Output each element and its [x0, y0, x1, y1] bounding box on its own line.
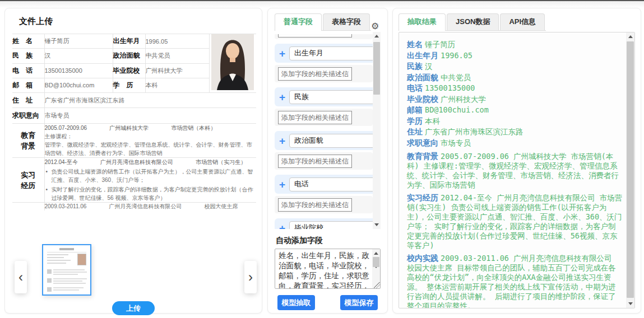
result-entry: 教育背景2005.07-2009.06 广州城科技大学 市场营销(本科) 主修课…	[407, 152, 623, 190]
result-content: 姓名锤子简历 出生年月1996.05 民族汉 政治面貌中共党员 电话135001…	[399, 32, 626, 308]
scroll-up-icon[interactable]	[374, 252, 378, 255]
field-list-scrollbar[interactable]	[373, 32, 381, 229]
scroll-up-icon[interactable]	[374, 35, 379, 38]
resume-value: 汉	[44, 49, 113, 63]
field-name-input[interactable]	[289, 46, 373, 60]
thumbnail-title-bar	[59, 248, 74, 250]
field-desc-input[interactable]	[278, 198, 352, 212]
tab-extract-result[interactable]: 抽取结果	[399, 13, 446, 31]
resume-label: 毕业院校	[113, 63, 145, 78]
result-field-value: 锤子简历	[425, 40, 455, 49]
results-panel: 抽取结果 JSON数据 API信息 姓名锤子简历 出生年月1996.05 民族汉…	[392, 8, 641, 314]
add-field-icon[interactable]: +	[279, 92, 285, 102]
thumbnail-section	[47, 278, 86, 285]
simple-entries: 姓名锤子简历 出生年月1996.05 民族汉 政治面貌中共党员 电话135001…	[407, 39, 623, 148]
add-field-icon[interactable]: +	[279, 223, 285, 230]
resume-label: 民 族	[12, 49, 44, 63]
result-field-label: 学历	[407, 116, 423, 125]
field-name-box: +	[275, 87, 373, 106]
field-desc-box	[275, 196, 373, 213]
result-field-label: 毕业院校	[407, 95, 438, 104]
result-entry: 出生年月1996.05	[407, 50, 623, 62]
result-field-value: 广东省广州市海珠区滨江东路	[425, 127, 523, 136]
field-desc-input[interactable]	[278, 67, 352, 81]
resume-value: 1996.05	[145, 34, 209, 49]
add-field-icon[interactable]: +	[279, 48, 285, 59]
result-field-label: 求职意向	[407, 138, 438, 147]
chevron-left-icon: ‹	[18, 269, 23, 285]
upload-button[interactable]: 上传	[112, 301, 155, 315]
page-carousel: ‹	[5, 244, 262, 297]
thumbnail-header-table	[47, 252, 86, 267]
scrollbar-thumb[interactable]	[373, 42, 380, 95]
field-name-input[interactable]	[289, 134, 373, 148]
window-top-edge	[0, 0, 644, 1]
scroll-down-icon[interactable]	[628, 302, 633, 305]
field-desc-input[interactable]	[278, 155, 352, 168]
scroll-down-icon[interactable]	[374, 223, 379, 226]
tab-table-fields[interactable]: 表格字段	[323, 13, 370, 30]
result-field-value: 市场专员	[441, 138, 471, 147]
result-tabs: 抽取结果 JSON数据 API信息	[399, 15, 635, 31]
field-name-box: +	[275, 175, 373, 194]
scroll-up-icon[interactable]	[628, 35, 633, 38]
add-field-icon[interactable]: +	[279, 135, 285, 146]
scrollbar-thumb[interactable]	[373, 257, 379, 267]
field-name-input[interactable]	[289, 177, 373, 191]
resize-grip-icon[interactable]	[374, 282, 380, 288]
auto-add-fields-label: 自动添加字段	[276, 236, 379, 246]
result-entry: 毕业院校广州科技大学	[407, 94, 623, 105]
field-desc-input[interactable]	[278, 111, 352, 124]
result-field-value: 广州科技大学	[441, 95, 486, 104]
thumbnail-section	[47, 269, 86, 276]
bullet-item: 负责公司线上端资源的销售工作（以开拓客户为主），公司主要资源以广点通、智汇推、百…	[45, 167, 257, 184]
clipped-row-content: 2009.03-2011.06 广州月亮湾信息科技有限公司 校园大使主席	[44, 203, 256, 211]
field-name-box: +	[275, 131, 373, 150]
field-desc-box	[275, 152, 373, 170]
add-field-icon[interactable]: +	[279, 179, 285, 190]
field-name-box: +	[275, 44, 373, 63]
tab-normal-fields[interactable]: 普通字段	[275, 13, 322, 31]
resume-label: 政治面貌	[113, 49, 145, 63]
result-entry: 学历本科	[407, 116, 623, 127]
chevron-right-icon: ›	[248, 269, 253, 285]
auto-add-fields-textarea[interactable]: 姓名，出生年月，民族，政治面貌，电话，毕业院校，邮箱，学历，住址，求职意向，教育…	[275, 249, 381, 289]
resume-preview: 姓 名 锤子简历 出生年月 1996.05 民 族 汉	[12, 34, 258, 236]
model-save-button[interactable]: 模型保存	[340, 295, 378, 310]
resume-label: 邮 箱	[12, 78, 44, 92]
resume-label: 住 址	[12, 93, 44, 108]
field-list-scroll-area: + ✕ + ✕	[275, 32, 381, 229]
resume-value: 广州科技大学	[145, 63, 209, 78]
field-item: + ✕	[275, 131, 373, 170]
field-name-input[interactable]	[289, 90, 373, 104]
field-name-box: +	[275, 218, 373, 229]
result-field-value: 中共党员	[441, 73, 471, 82]
field-desc-input[interactable]	[278, 34, 352, 38]
resume-value: BD@100chui.com	[44, 78, 113, 92]
model-buttons: 模型抽取 模型保存	[275, 295, 381, 310]
result-entry: 电话13500135000	[407, 83, 623, 94]
resume-value: 13500135000	[44, 63, 113, 78]
resume-label: 姓 名	[12, 34, 44, 49]
result-field-label: 电话	[407, 83, 423, 92]
carousel-next-button[interactable]: ›	[244, 261, 257, 293]
result-scrollbar[interactable]	[626, 32, 634, 308]
field-name-input[interactable]	[289, 221, 373, 230]
field-desc-box	[275, 65, 373, 82]
block-entries: 教育背景2005.07-2009.06 广州城科技大学 市场营销(本科) 主修课…	[407, 152, 623, 308]
resume-thumbnail[interactable]	[42, 244, 91, 296]
result-field-label: 政治面貌	[407, 73, 438, 82]
settings-gear-icon[interactable]: ⚙	[371, 22, 379, 31]
field-item: + ✕	[275, 218, 373, 229]
result-field-value: 2012.04-至今 广州月亮湾信息科技有限公司 市场营销(实习生) 负责公司线…	[407, 193, 622, 250]
carousel-prev-button[interactable]: ‹	[15, 261, 27, 293]
model-extract-button[interactable]: 模型抽取	[277, 295, 315, 310]
result-field-value: 汉	[425, 62, 433, 71]
scrollbar-thumb[interactable]	[627, 41, 634, 298]
result-field-label: 出生年月	[407, 51, 438, 60]
resume-section-label	[12, 203, 44, 211]
result-field-label: 姓名	[407, 40, 423, 49]
result-field-value: BD@100chui.com	[425, 105, 489, 114]
tab-api-info[interactable]: API信息	[500, 13, 545, 30]
tab-json-data[interactable]: JSON数据	[447, 13, 499, 30]
